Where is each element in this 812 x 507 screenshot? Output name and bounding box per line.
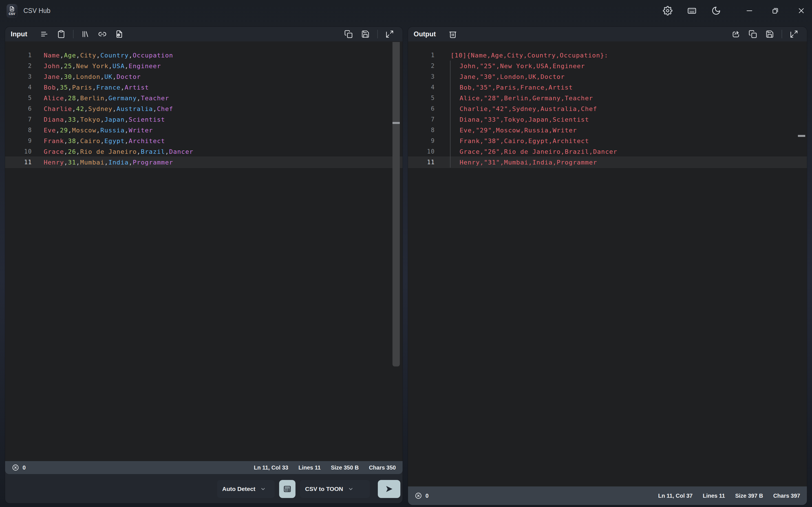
input-line-2: 2John,25,New York,USA,Engineer	[5, 61, 403, 71]
line-number: 4	[408, 84, 435, 91]
close-button[interactable]	[794, 3, 809, 18]
copy-output-button[interactable]	[746, 28, 760, 40]
output-cursor-position: Ln 11, Col 37	[658, 493, 693, 499]
link-icon	[98, 30, 107, 38]
input-line-10: 10Grace,26,Rio de Janeiro,Brazil,Dancer	[5, 146, 403, 157]
input-line-8: 8Eve,29,Moscow,Russia,Writer	[5, 125, 403, 135]
save-icon	[361, 30, 370, 38]
trash-icon	[449, 30, 457, 38]
line-number: 11	[408, 159, 435, 166]
copy-icon	[749, 30, 757, 38]
save-icon	[765, 30, 774, 38]
layout-swap-icon	[283, 485, 292, 493]
theme-toggle-button[interactable]	[708, 3, 724, 18]
clear-output-button[interactable]	[446, 28, 460, 40]
toolbar-divider	[377, 30, 378, 38]
output-statusbar: 0 Ln 11, Col 37 Lines 11 Size 397 B Char…	[408, 487, 807, 505]
indent-guide	[450, 61, 451, 168]
copy-icon	[344, 30, 353, 38]
input-statusbar: 0 Ln 11, Col 33 Lines 11 Size 350 B Char…	[5, 461, 403, 474]
output-line-7: 7Diana,"33",Tokyo,Japan,Scientist	[408, 114, 807, 125]
line-content: Henry,"31",Mumbai,India,Programmer	[451, 159, 597, 166]
output-line-3: 3Jane,"30",London,UK,Doctor	[408, 71, 807, 82]
line-number: 9	[5, 137, 32, 144]
load-sample-button[interactable]	[37, 28, 52, 40]
library-button[interactable]	[78, 28, 93, 40]
chevron-down-icon	[260, 486, 266, 492]
paste-clipboard-icon	[57, 30, 65, 38]
input-toolbar: Input	[5, 27, 403, 41]
input-cursor-position: Ln 11, Col 33	[254, 464, 288, 471]
line-content: Henry,31,Mumbai,India,Programmer	[44, 159, 173, 166]
line-content: John,25,New York,USA,Engineer	[44, 62, 161, 69]
input-line-3: 3Jane,30,London,UK,Doctor	[5, 71, 403, 82]
line-content: Eve,"29",Moscow,Russia,Writer	[451, 127, 577, 134]
output-editor[interactable]: 1[10]{Name,Age,City,Country,Occupation}:…	[408, 41, 807, 487]
chevron-down-icon	[348, 486, 354, 492]
line-content: Bob,"35",Paris,France,Artist	[451, 84, 573, 91]
convert-send-button[interactable]	[378, 480, 400, 498]
line-content: Grace,26,Rio de Janeiro,Brazil,Dancer	[44, 148, 193, 155]
maximize-restore-button[interactable]	[767, 3, 783, 18]
open-file-icon	[115, 30, 123, 38]
line-content: Charlie,42,Sydney,Australia,Chef	[44, 105, 173, 112]
paste-button[interactable]	[54, 28, 68, 40]
moon-theme-icon	[711, 6, 721, 15]
minimize-button[interactable]	[742, 3, 757, 18]
output-size: Size 397 B	[735, 493, 763, 499]
line-content: Jane,30,London,UK,Doctor	[44, 73, 141, 80]
line-content: Diana,33,Tokyo,Japan,Scientist	[44, 116, 165, 123]
output-panel: Output	[408, 27, 807, 505]
line-content: Bob,35,Paris,France,Artist	[44, 84, 149, 91]
line-number: 2	[408, 62, 435, 69]
output-line-4: 4Bob,"35",Paris,France,Artist	[408, 82, 807, 93]
line-content: Name,Age,City,Country,Occupation	[44, 52, 173, 59]
keyboard-shortcuts-button[interactable]	[684, 3, 700, 18]
layout-swap-button[interactable]	[279, 480, 296, 498]
format-select[interactable]: Auto Detect	[217, 480, 274, 498]
document-icon	[9, 6, 15, 12]
line-number: 8	[408, 127, 435, 133]
toolbar-divider	[781, 30, 782, 38]
copy-input-button[interactable]	[341, 28, 356, 40]
format-select-value: Auto Detect	[222, 486, 255, 492]
load-url-button[interactable]	[95, 28, 110, 40]
toolbar-divider	[73, 30, 73, 38]
restore-icon	[771, 6, 779, 15]
input-line-5: 5Alice,28,Berlin,Germany,Teacher	[5, 93, 403, 103]
minimize-icon	[745, 6, 754, 15]
send-convert-icon	[385, 485, 394, 494]
open-file-button[interactable]	[112, 28, 126, 40]
line-content: Charlie,"42",Sydney,Australia,Chef	[451, 105, 597, 112]
share-output-button[interactable]	[728, 28, 743, 40]
input-scrollbar[interactable]	[393, 42, 400, 367]
conversion-controls: Auto Detect CSV to TOON	[217, 480, 400, 498]
settings-button[interactable]	[660, 3, 675, 18]
conversion-select[interactable]: CSV to TOON	[300, 480, 370, 498]
input-line-count: Lines 11	[298, 464, 320, 471]
expand-output-button[interactable]	[786, 28, 801, 40]
expand-input-button[interactable]	[382, 28, 397, 40]
line-content: Eve,29,Moscow,Russia,Writer	[44, 127, 153, 134]
titlebar: CSV CSV Hub	[0, 0, 812, 21]
input-size: Size 350 B	[331, 464, 359, 471]
close-icon	[797, 6, 806, 15]
output-char-count: Chars 397	[773, 493, 800, 499]
output-line-9: 9Frank,"38",Cairo,Egypt,Architect	[408, 135, 807, 146]
line-number: 3	[408, 73, 435, 80]
line-number: 5	[5, 95, 32, 101]
save-input-button[interactable]	[358, 28, 373, 40]
input-editor[interactable]: 1Name,Age,City,Country,Occupation2John,2…	[5, 41, 403, 461]
output-line-11: 11Henry,"31",Mumbai,India,Programmer	[408, 157, 807, 168]
line-content: Alice,"28",Berlin,Germany,Teacher	[451, 95, 593, 102]
share-icon	[732, 30, 740, 38]
library-icon	[81, 30, 90, 38]
output-line-6: 6Charlie,"42",Sydney,Australia,Chef	[408, 103, 807, 114]
output-line-5: 5Alice,"28",Berlin,Germany,Teacher	[408, 93, 807, 103]
output-line-count: Lines 11	[703, 493, 725, 499]
line-number: 10	[5, 148, 32, 155]
input-panel: Input	[5, 27, 403, 503]
line-number: 6	[5, 105, 32, 112]
save-output-button[interactable]	[762, 28, 777, 40]
output-error-count: 0	[425, 493, 428, 499]
